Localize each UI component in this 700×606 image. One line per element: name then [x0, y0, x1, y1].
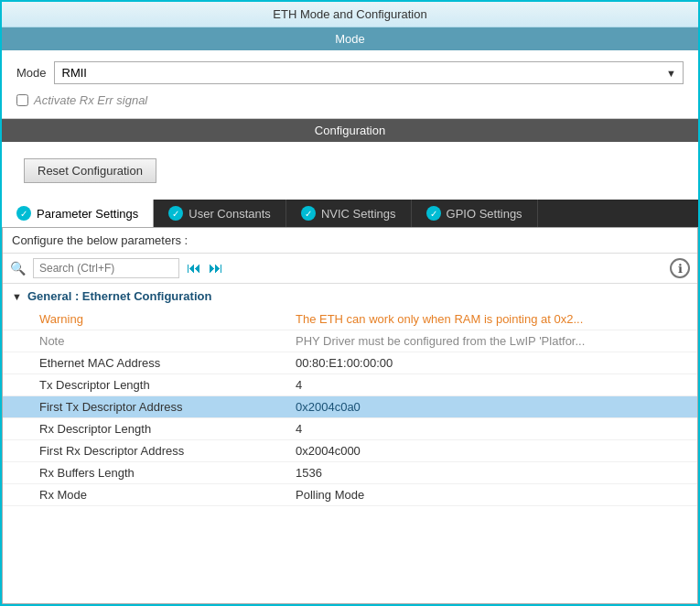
config-header: Configuration — [2, 119, 698, 142]
search-icon: 🔍 — [10, 261, 26, 276]
checkbox-row: Activate Rx Err signal — [16, 93, 684, 107]
table-row[interactable]: Rx Buffers Length 1536 — [3, 462, 697, 484]
param-name-tx-desc-len: Tx Descriptor Length — [39, 378, 296, 392]
window-title: ETH Mode and Configuration — [273, 7, 426, 21]
group-header: ▼ General : Ethernet Configuration — [3, 284, 697, 308]
mode-section: Mode RMII MII Activate Rx Err signal — [2, 50, 698, 119]
param-name-note: Note — [39, 334, 296, 348]
activate-rx-err-checkbox[interactable] — [16, 94, 28, 106]
tab-label-0: Parameter Settings — [37, 207, 138, 221]
param-table: ▼ General : Ethernet Configuration Warni… — [3, 284, 697, 603]
search-bar: 🔍 ⏮ ⏭ ℹ — [3, 254, 697, 284]
tab-check-icon-1: ✓ — [168, 206, 183, 221]
table-row[interactable]: Note PHY Driver must be configured from … — [3, 330, 697, 352]
param-value-rx-desc-len: 4 — [296, 422, 688, 436]
table-row[interactable]: Warning The ETH can work only when RAM i… — [3, 308, 697, 330]
tab-check-icon-2: ✓ — [301, 206, 316, 221]
configure-text: Configure the below parameters : — [3, 228, 697, 254]
table-row[interactable]: Tx Descriptor Length 4 — [3, 374, 697, 396]
mode-select-wrapper: RMII MII — [54, 61, 684, 84]
tab-label-2: NVIC Settings — [321, 207, 396, 221]
mode-row: Mode RMII MII — [16, 61, 684, 84]
param-name-warning: Warning — [39, 312, 296, 326]
params-area: Configure the below parameters : 🔍 ⏮ ⏭ ℹ… — [2, 227, 698, 604]
next-nav-button[interactable]: ⏭ — [209, 260, 223, 276]
config-section: Configuration Reset Configuration ✓ Para… — [2, 119, 698, 604]
mode-section-header: Mode — [2, 27, 698, 50]
param-value-warning: The ETH can work only when RAM is pointi… — [296, 312, 688, 326]
table-row[interactable]: First Rx Descriptor Address 0x2004c000 — [3, 440, 697, 462]
main-window: ETH Mode and Configuration Mode Mode RMI… — [0, 0, 700, 606]
info-button[interactable]: ℹ — [670, 258, 690, 278]
param-name-rx-mode: Rx Mode — [39, 488, 296, 502]
tab-parameter-settings[interactable]: ✓ Parameter Settings — [2, 200, 154, 227]
param-name-mac: Ethernet MAC Address — [39, 356, 296, 370]
param-value-first-rx-desc: 0x2004c000 — [296, 444, 688, 458]
param-value-tx-desc-len: 4 — [296, 378, 688, 392]
table-row[interactable]: Rx Descriptor Length 4 — [3, 418, 697, 440]
table-row[interactable]: Rx Mode Polling Mode — [3, 484, 697, 506]
reset-configuration-button[interactable]: Reset Configuration — [24, 158, 156, 183]
tab-nvic-settings[interactable]: ✓ NVIC Settings — [286, 200, 412, 227]
tab-gpio-settings[interactable]: ✓ GPIO Settings — [412, 200, 538, 227]
param-name-first-tx-desc: First Tx Descriptor Address — [39, 400, 296, 414]
tab-user-constants[interactable]: ✓ User Constants — [154, 200, 286, 227]
tab-label-3: GPIO Settings — [447, 207, 522, 221]
title-bar: ETH Mode and Configuration — [2, 2, 698, 27]
search-input[interactable] — [33, 258, 179, 278]
param-value-rx-buf-len: 1536 — [296, 466, 688, 480]
table-row[interactable]: First Tx Descriptor Address 0x2004c0a0 — [3, 396, 697, 418]
param-value-note: PHY Driver must be configured from the L… — [296, 334, 688, 348]
reset-btn-area: Reset Configuration — [2, 142, 698, 200]
tab-label-1: User Constants — [188, 207, 271, 221]
tabs-bar: ✓ Parameter Settings ✓ User Constants ✓ … — [2, 200, 698, 227]
param-value-mac: 00:80:E1:00:00:00 — [296, 356, 688, 370]
param-name-rx-desc-len: Rx Descriptor Length — [39, 422, 296, 436]
mode-select[interactable]: RMII MII — [54, 61, 684, 84]
checkbox-label: Activate Rx Err signal — [34, 93, 147, 107]
table-row[interactable]: Ethernet MAC Address 00:80:E1:00:00:00 — [3, 352, 697, 374]
param-value-rx-mode: Polling Mode — [296, 488, 688, 502]
tab-check-icon-0: ✓ — [16, 206, 31, 221]
prev-nav-button[interactable]: ⏮ — [187, 260, 201, 276]
mode-label: Mode — [16, 66, 47, 80]
tab-check-icon-3: ✓ — [426, 206, 441, 221]
group-arrow-icon: ▼ — [12, 291, 22, 302]
group-label: General : Ethernet Configuration — [27, 289, 212, 303]
param-value-first-tx-desc: 0x2004c0a0 — [296, 400, 688, 414]
param-name-first-rx-desc: First Rx Descriptor Address — [39, 444, 296, 458]
param-name-rx-buf-len: Rx Buffers Length — [39, 466, 296, 480]
